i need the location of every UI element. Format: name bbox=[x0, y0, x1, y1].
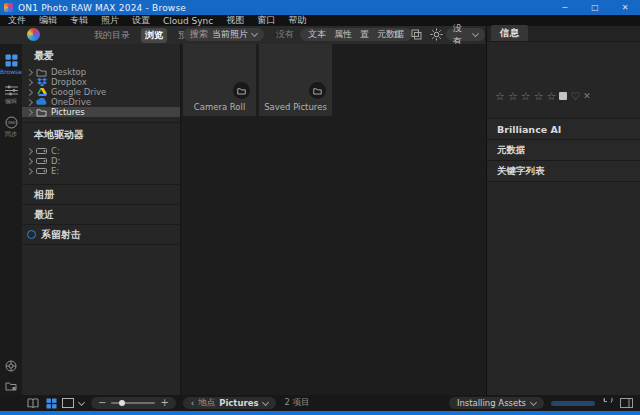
clear-rating-icon[interactable]: ✕ bbox=[583, 91, 591, 101]
folder-tile-camera-roll[interactable]: Camera Roll bbox=[183, 44, 256, 116]
search-scope-value: 当前照片 bbox=[212, 28, 248, 41]
filter-attributes-option[interactable]: 属性 bbox=[334, 28, 352, 41]
module-sync-label: 同步 bbox=[5, 130, 17, 139]
sidebar-item-dropbox[interactable]: Dropbox bbox=[22, 77, 180, 87]
sidebar-item-google-drive[interactable]: Google Drive bbox=[22, 87, 180, 97]
sort-icon[interactable] bbox=[392, 29, 403, 40]
menu-cloud-sync[interactable]: Cloud Sync bbox=[163, 16, 213, 26]
zoom-slider-track[interactable] bbox=[111, 402, 155, 404]
sidebar-item-drive-d[interactable]: D: bbox=[22, 156, 180, 166]
zoom-slider-knob[interactable] bbox=[119, 400, 125, 406]
folder-tile-label: Saved Pictures bbox=[259, 102, 332, 112]
sidebar-item-label: Desktop bbox=[51, 67, 86, 77]
chevron-right-icon[interactable] bbox=[26, 98, 33, 105]
heart-icon[interactable]: ♡ bbox=[570, 90, 580, 103]
status-dropdown[interactable]: Installing Assets bbox=[449, 397, 544, 409]
photo-browser-grid[interactable]: Camera Roll Saved Pictures bbox=[181, 44, 485, 395]
module-edit[interactable]: 编辑 bbox=[0, 85, 22, 106]
back-chevron-icon[interactable]: ‹ bbox=[191, 398, 194, 408]
location-value: Pictures bbox=[219, 398, 258, 408]
tab-browse[interactable]: 浏览 bbox=[141, 28, 167, 43]
module-browse[interactable]: Browse bbox=[0, 54, 22, 75]
folder-tile-saved-pictures[interactable]: Saved Pictures bbox=[259, 44, 332, 116]
tab-info[interactable]: 信息 bbox=[491, 25, 528, 41]
chevron-right-icon[interactable] bbox=[26, 147, 33, 154]
sidebar-item-drive-c[interactable]: C: bbox=[22, 146, 180, 156]
albums-section-header[interactable]: 相册 bbox=[22, 185, 180, 205]
zoom-in-button[interactable]: + bbox=[160, 398, 168, 408]
star-icon[interactable]: ☆ bbox=[521, 90, 531, 103]
close-button[interactable]: ✕ bbox=[610, 0, 640, 15]
sidebar-item-drive-e[interactable]: E: bbox=[22, 166, 180, 176]
filter-text-option[interactable]: 文本 bbox=[308, 28, 326, 41]
chevron-right-icon[interactable] bbox=[26, 68, 33, 75]
info-thumbnail-area bbox=[487, 42, 640, 89]
dropbox-icon bbox=[36, 78, 47, 87]
info-panel: 信息 ☆ ☆ ☆ ☆ ☆ ♡ ✕ Brilliance AI 元数据 关键字列表 bbox=[486, 26, 640, 395]
chevron-down-icon[interactable] bbox=[78, 398, 85, 405]
onedrive-icon bbox=[36, 98, 47, 106]
toolbar-icons bbox=[392, 27, 443, 42]
star-icon[interactable]: ☆ bbox=[534, 90, 544, 103]
module-sync[interactable]: 360 同步 bbox=[0, 116, 22, 139]
sidebar-item-label: E: bbox=[51, 166, 59, 176]
folder-icon bbox=[36, 108, 47, 117]
chevron-right-icon[interactable] bbox=[26, 167, 33, 174]
search-scope-dropdown[interactable]: 搜索 当前照片 bbox=[183, 28, 264, 41]
chevron-right-icon[interactable] bbox=[26, 88, 33, 95]
star-icon[interactable]: ☆ bbox=[508, 90, 518, 103]
undo-icon[interactable] bbox=[602, 398, 613, 409]
sidebar-item-label: Dropbox bbox=[51, 77, 87, 87]
chevron-down-icon bbox=[472, 30, 479, 37]
filter-none-option[interactable]: 没有 bbox=[276, 28, 294, 41]
panel-toggle-icon[interactable] bbox=[620, 398, 633, 408]
lightbulb-icon[interactable] bbox=[430, 28, 443, 41]
section-keyword-list[interactable]: 关键字列表 bbox=[487, 161, 640, 182]
svg-text:360: 360 bbox=[7, 120, 15, 125]
browse-toolbar: 我的目录 浏览 预置 搜索 当前照片 没有 文本 属性 置 元数据 没有 bbox=[0, 26, 485, 45]
location-breadcrumb[interactable]: ‹ 地点 Pictures bbox=[183, 397, 276, 409]
grid-view-icon[interactable] bbox=[46, 398, 57, 409]
thumbnail-zoom-slider: − + bbox=[91, 397, 176, 409]
filter-date-option[interactable]: 置 bbox=[360, 28, 369, 41]
local-drives-section-title[interactable]: 本地驱动器 bbox=[22, 123, 180, 146]
new-folder-icon[interactable] bbox=[5, 381, 17, 391]
tethered-shooting-section-header[interactable]: 系留射击 bbox=[22, 225, 180, 245]
sidebar-item-onedrive[interactable]: OneDrive bbox=[22, 97, 180, 107]
rail-bottom-icons bbox=[0, 360, 22, 391]
minimize-button[interactable]: ─ bbox=[550, 0, 580, 15]
tab-my-catalogs[interactable]: 我的目录 bbox=[90, 28, 134, 43]
detail-view-icon[interactable] bbox=[62, 398, 74, 408]
section-brilliance-ai[interactable]: Brilliance AI bbox=[487, 119, 640, 140]
view-mode-switcher bbox=[46, 398, 84, 409]
chevron-right-icon[interactable] bbox=[26, 157, 33, 164]
star-icon[interactable]: ☆ bbox=[547, 90, 557, 103]
albums-title: 相册 bbox=[34, 188, 54, 202]
sliders-icon bbox=[5, 85, 18, 96]
item-count: 2 项目 bbox=[285, 397, 310, 409]
color-label-swatch[interactable] bbox=[559, 92, 567, 100]
dual-view-icon[interactable] bbox=[27, 398, 39, 408]
chevron-down-icon bbox=[261, 398, 268, 405]
sidebar-item-pictures[interactable]: Pictures bbox=[22, 107, 180, 117]
rating-row: ☆ ☆ ☆ ☆ ☆ ♡ ✕ bbox=[487, 89, 640, 103]
titlebar: ON1 Photo RAW MAX 2024 - Browse ─ □ ✕ bbox=[0, 0, 640, 15]
tethered-title: 系留射击 bbox=[41, 228, 81, 242]
favorites-section-title[interactable]: 最爱 bbox=[22, 44, 180, 67]
star-icon[interactable]: ☆ bbox=[495, 90, 505, 103]
folder-badge-icon bbox=[233, 82, 250, 99]
sidebar-item-desktop[interactable]: Desktop bbox=[22, 67, 180, 77]
stack-view-icon[interactable] bbox=[411, 29, 422, 40]
chevron-right-icon[interactable] bbox=[26, 108, 33, 115]
module-rail: Browse 编辑 360 同步 bbox=[0, 44, 23, 395]
sort-dropdown[interactable]: 没有 bbox=[446, 28, 485, 41]
folders-sidebar: 最爱 Desktop Dropbox Google Drive OneDrive… bbox=[22, 44, 181, 395]
folder-icon bbox=[36, 68, 47, 77]
section-metadata[interactable]: 元数据 bbox=[487, 140, 640, 161]
chevron-right-icon[interactable] bbox=[26, 78, 33, 85]
maximize-button[interactable]: □ bbox=[580, 0, 610, 15]
help-icon[interactable] bbox=[5, 360, 17, 372]
zoom-out-button[interactable]: − bbox=[98, 398, 106, 408]
recent-section-header[interactable]: 最近 bbox=[22, 205, 180, 225]
sidebar-item-label: D: bbox=[51, 156, 60, 166]
